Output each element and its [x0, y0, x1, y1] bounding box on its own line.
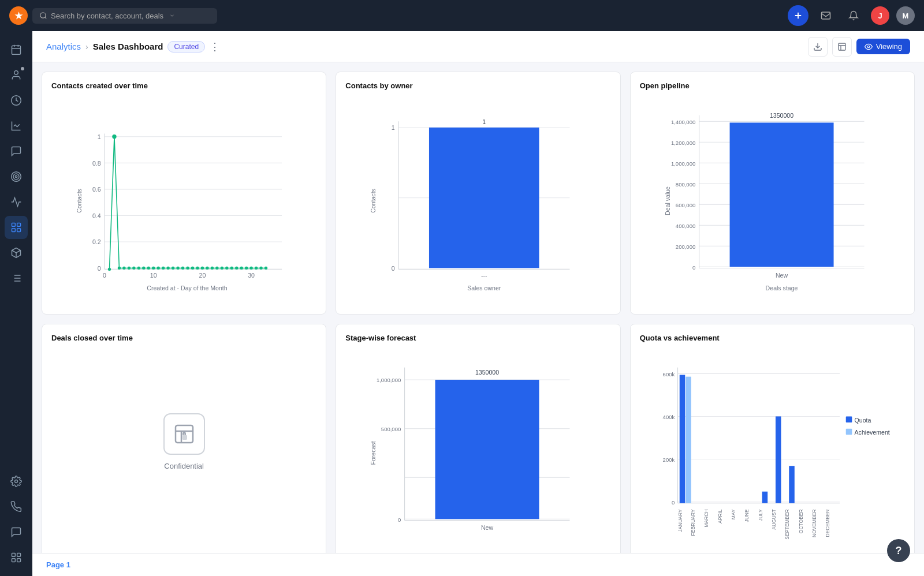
- svg-point-56: [162, 267, 165, 270]
- sidebar: [0, 31, 32, 576]
- viewing-button[interactable]: Viewing: [856, 39, 910, 54]
- svg-rect-20: [17, 553, 21, 557]
- more-options-button[interactable]: ⋮: [210, 42, 220, 52]
- svg-point-7: [15, 175, 17, 177]
- nav-right-area: J M: [788, 5, 915, 26]
- header-right-actions: Viewing: [808, 37, 910, 57]
- search-placeholder: Search by contact, account, deals: [51, 12, 163, 20]
- export-button[interactable]: [808, 37, 828, 57]
- open-pipeline-chart: Deal value 1,400,000 1: [640, 97, 905, 305]
- svg-text:Contacts: Contacts: [76, 189, 83, 213]
- svg-rect-24: [839, 43, 845, 50]
- campaigns-icon: [10, 196, 22, 208]
- bell-button[interactable]: [843, 5, 864, 26]
- page-number: Page 1: [46, 560, 70, 569]
- svg-text:APRIL: APRIL: [717, 509, 722, 523]
- svg-text:0.6: 0.6: [92, 186, 101, 193]
- layout-button[interactable]: [832, 37, 852, 57]
- sidebar-item-chat[interactable]: [5, 140, 28, 163]
- bell-icon: [848, 10, 859, 21]
- svg-text:30: 30: [248, 272, 255, 279]
- reports-icon: [10, 222, 22, 233]
- svg-text:MARCH: MARCH: [703, 509, 709, 527]
- svg-text:800,000: 800,000: [676, 181, 695, 188]
- sidebar-item-3d[interactable]: [5, 241, 28, 264]
- svg-text:0.4: 0.4: [92, 212, 101, 219]
- svg-text:0: 0: [98, 265, 101, 272]
- svg-text:JANUARY: JANUARY: [677, 509, 683, 532]
- svg-point-68: [221, 267, 223, 270]
- svg-text:Deal value: Deal value: [664, 186, 670, 215]
- chart-quota-svg-area: 600k 400k 200k 0: [640, 349, 905, 553]
- svg-text:400k: 400k: [662, 414, 675, 420]
- chart-open-pipeline: Open pipeline Deal value: [630, 72, 915, 315]
- svg-text:1,200,000: 1,200,000: [671, 140, 695, 146]
- svg-rect-156: [845, 416, 852, 422]
- help-button[interactable]: ?: [887, 539, 910, 562]
- deals-icon: [10, 95, 22, 106]
- svg-text:600,000: 600,000: [676, 202, 695, 208]
- chart-forecast-title: Stage-wise forecast: [345, 334, 610, 342]
- svg-text:1,000,000: 1,000,000: [377, 377, 401, 383]
- svg-text:0: 0: [103, 272, 106, 279]
- chart-quota-achievement: Quota vs achievement 600k 400k 200k: [630, 324, 915, 553]
- svg-point-53: [147, 267, 150, 270]
- viewing-label: Viewing: [876, 42, 902, 51]
- svg-point-5: [12, 172, 21, 182]
- eye-icon: [865, 43, 873, 51]
- chart-stage-forecast: Stage-wise forecast Forecast 1,000,000: [336, 324, 620, 553]
- dashboard-scroll: Contacts created over time Contacts: [32, 62, 924, 553]
- chart-contacts-over-time: Contacts created over time Contacts: [42, 72, 326, 315]
- top-navigation: ★ Search by contact, account, deals J M: [0, 0, 924, 31]
- svg-rect-8: [12, 223, 16, 227]
- svg-text:200,000: 200,000: [676, 244, 695, 250]
- svg-text:Achievement: Achievement: [854, 429, 889, 436]
- sidebar-item-analytics[interactable]: [5, 114, 28, 137]
- analytics-icon: [10, 120, 22, 132]
- sidebar-item-messages[interactable]: [5, 521, 28, 544]
- svg-point-75: [255, 267, 258, 270]
- svg-point-66: [211, 267, 214, 270]
- confidential-content: Confidential: [51, 349, 316, 534]
- breadcrumb-analytics[interactable]: Analytics: [46, 42, 81, 51]
- sidebar-item-contacts[interactable]: [5, 63, 28, 87]
- sidebar-item-phone[interactable]: [5, 495, 28, 518]
- curated-badge[interactable]: Curated: [167, 41, 205, 53]
- main-layout: Analytics › Sales Dashboard Curated ⋮: [0, 31, 924, 576]
- chat-icon: [10, 145, 22, 157]
- svg-point-55: [157, 267, 160, 270]
- sidebar-item-deals[interactable]: [5, 89, 28, 112]
- svg-text:500,000: 500,000: [381, 426, 401, 432]
- sidebar-item-list[interactable]: [5, 267, 28, 290]
- mail-button[interactable]: [815, 5, 836, 26]
- svg-rect-141: [762, 492, 767, 503]
- svg-text:1,000,000: 1,000,000: [671, 160, 695, 167]
- svg-point-25: [867, 46, 870, 48]
- logo-button[interactable]: ★: [9, 6, 28, 25]
- svg-point-70: [230, 267, 233, 270]
- add-button[interactable]: [788, 5, 808, 26]
- sidebar-item-apps[interactable]: [5, 546, 28, 569]
- sidebar-item-calendar[interactable]: [5, 38, 28, 61]
- svg-rect-11: [17, 229, 21, 232]
- sidebar-item-reports[interactable]: [5, 216, 28, 239]
- sidebar-item-campaigns[interactable]: [5, 190, 28, 214]
- page-title: Sales Dashboard: [93, 42, 163, 51]
- cube-icon: [10, 247, 22, 259]
- svg-point-54: [152, 267, 155, 270]
- page-header: Analytics › Sales Dashboard Curated ⋮: [32, 31, 924, 62]
- mail-icon: [821, 10, 831, 21]
- svg-point-60: [181, 267, 184, 270]
- sidebar-item-settings[interactable]: [5, 470, 28, 493]
- goals-icon: [10, 171, 22, 182]
- export-icon: [813, 42, 822, 51]
- user-avatar-red[interactable]: J: [871, 6, 889, 25]
- svg-point-45: [108, 268, 111, 271]
- svg-point-64: [201, 267, 204, 270]
- chart-pipeline-svg-area: Deal value 1,400,000 1: [640, 97, 905, 305]
- search-bar[interactable]: Search by contact, account, deals: [32, 8, 217, 24]
- sidebar-item-goals[interactable]: [5, 165, 28, 188]
- user-avatar-gray[interactable]: M: [896, 6, 915, 25]
- svg-point-61: [186, 267, 189, 270]
- svg-point-47: [118, 267, 121, 270]
